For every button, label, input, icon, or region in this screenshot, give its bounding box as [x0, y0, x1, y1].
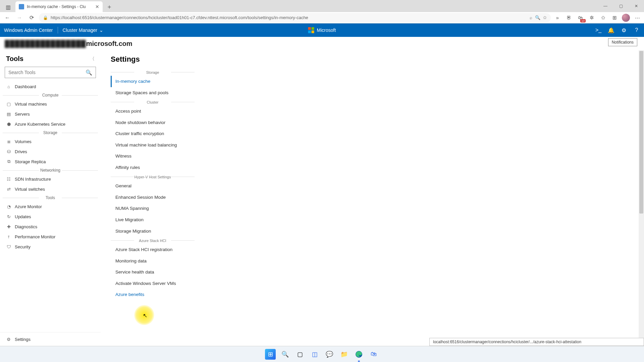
menu-icon[interactable]: ⋯: [633, 14, 641, 22]
tool-item-icon: ⬢: [6, 121, 11, 127]
tool-item-label: Azure Kubernetes Service: [15, 122, 65, 127]
favorite-icon[interactable]: ✩: [543, 15, 547, 20]
settings-nav-item[interactable]: General: [111, 180, 195, 192]
settings-nav-item[interactable]: Witness: [111, 150, 195, 162]
settings-nav-item[interactable]: Node shutdown behavior: [111, 117, 195, 128]
settings-nav-item[interactable]: Access point: [111, 106, 195, 117]
tool-item[interactable]: ≣Volumes: [0, 136, 101, 146]
settings-nav-item[interactable]: Live Migration: [111, 214, 195, 226]
tool-item[interactable]: ⬢Azure Kubernetes Service: [0, 119, 101, 129]
gear-icon: ⚙: [6, 337, 11, 342]
tool-item-icon: ▢: [6, 101, 11, 107]
browser-tab-active[interactable]: In-memory cache - Settings - Clu ✕: [15, 1, 103, 12]
tool-item[interactable]: ✚Diagnostics: [0, 222, 101, 232]
chat-icon[interactable]: 💬: [324, 349, 335, 360]
settings-group-label: Hyper-V Host Settings: [111, 173, 195, 180]
separator: [58, 27, 58, 34]
tool-item-label: Servers: [15, 112, 30, 117]
shield-icon[interactable]: ⛨: [565, 14, 573, 22]
collapse-sidebar-icon[interactable]: 〈: [90, 56, 95, 62]
extensions-overflow-icon[interactable]: »: [553, 14, 561, 22]
forward-button[interactable]: →: [15, 13, 24, 22]
vertical-scrollbar[interactable]: [639, 50, 644, 346]
tools-title: Tools: [6, 55, 23, 63]
settings-nav-item[interactable]: Enhanced Session Mode: [111, 192, 195, 203]
settings-panel: Settings StorageIn-memory cacheStorage S…: [101, 50, 644, 346]
tab-actions-button[interactable]: ▥: [2, 2, 14, 12]
settings-nav-item[interactable]: Service health data: [111, 266, 195, 278]
back-button[interactable]: ←: [3, 13, 12, 22]
settings-nav-item[interactable]: Azure Stack HCI registration: [111, 244, 195, 255]
tool-item-label: Virtual machines: [15, 102, 47, 107]
tool-item[interactable]: ▤Servers: [0, 109, 101, 119]
zoom-icon[interactable]: 🔍: [535, 15, 540, 20]
chevron-down-icon: ⌄: [99, 27, 103, 33]
tool-item[interactable]: ↻Updates: [0, 212, 101, 222]
wac-topbar: Windows Admin Center Cluster Manager ⌄ M…: [0, 23, 644, 37]
tool-item-icon: 🛡: [6, 244, 11, 249]
settings-nav-item[interactable]: Affinity rules: [111, 162, 195, 173]
tool-item-label: Volumes: [15, 139, 32, 144]
settings-nav-item[interactable]: NUMA Spanning: [111, 203, 195, 214]
edge-browser-icon[interactable]: [354, 349, 364, 360]
settings-nav-item[interactable]: Azure benefits: [111, 289, 195, 300]
tools-search-input[interactable]: [8, 70, 83, 75]
help-icon[interactable]: ?: [633, 27, 640, 33]
favorites-icon[interactable]: ✩: [599, 14, 607, 22]
console-icon[interactable]: >_: [595, 27, 602, 33]
profile-avatar[interactable]: [622, 14, 630, 22]
window-maximize[interactable]: ▢: [613, 0, 629, 12]
tool-item-icon: ⫯: [6, 234, 11, 239]
start-button[interactable]: ⊞: [265, 349, 276, 360]
tool-group-label: Storage: [0, 129, 101, 136]
tool-item[interactable]: ⌂Dashboard: [0, 81, 101, 92]
address-bar[interactable]: 🔒 https://localhost:6516/clustermanager/…: [39, 13, 551, 22]
reader-icon[interactable]: ⌕: [530, 15, 532, 20]
taskbar-search-icon[interactable]: 🔍: [280, 349, 290, 360]
module-dropdown[interactable]: Cluster Manager ⌄: [63, 27, 104, 33]
tool-item[interactable]: ⫯Performance Monitor: [0, 232, 101, 242]
tool-item-label: Security: [15, 244, 31, 249]
tool-item[interactable]: 🛡Security: [0, 242, 101, 252]
tool-item-label: Updates: [15, 214, 31, 219]
window-close[interactable]: ✕: [629, 0, 644, 12]
task-view-icon[interactable]: ▢: [294, 349, 305, 360]
store-icon[interactable]: 🛍: [368, 349, 379, 360]
widgets-icon[interactable]: ◫: [309, 349, 320, 360]
tools-search-box[interactable]: 🔍: [5, 67, 96, 78]
tool-item[interactable]: ⇄Virtual switches: [0, 184, 101, 194]
tab-close-icon[interactable]: ✕: [95, 4, 99, 9]
settings-nav-item[interactable]: Storage Spaces and pools: [111, 87, 195, 99]
tools-settings-item[interactable]: ⚙ Settings: [0, 333, 101, 346]
tool-item[interactable]: ☷SDN Infrastructure: [0, 174, 101, 184]
main-area: Tools 〈 🔍 ⌂DashboardCompute▢Virtual mach…: [0, 50, 644, 346]
collections-icon[interactable]: ⊞: [610, 14, 619, 22]
tool-item-icon: ☷: [6, 176, 11, 182]
tool-item[interactable]: ▢Virtual machines: [0, 99, 101, 109]
wac-product-label[interactable]: Windows Admin Center: [4, 27, 53, 33]
settings-gear-icon[interactable]: ⚙: [621, 27, 627, 34]
settings-nav-item[interactable]: Storage Migration: [111, 226, 195, 237]
tool-item[interactable]: ◔Azure Monitor: [0, 201, 101, 212]
brand-center: Microsoft: [308, 27, 336, 33]
extension-icon[interactable]: ✲: [588, 14, 596, 22]
notifications-icon[interactable]: 🔔: [608, 27, 614, 34]
settings-nav-item[interactable]: Cluster traffic encryption: [111, 128, 195, 139]
tool-item[interactable]: ⧉Storage Replica: [0, 157, 101, 167]
settings-nav-item[interactable]: In-memory cache: [111, 76, 195, 87]
microsoft-logo-icon: [308, 27, 314, 33]
tool-item[interactable]: ⛁Drives: [0, 146, 101, 157]
settings-nav-item[interactable]: Monitoring data: [111, 255, 195, 267]
file-explorer-icon[interactable]: 📁: [339, 349, 350, 360]
tool-item-icon: ⧉: [6, 159, 11, 164]
new-tab-button[interactable]: ＋: [104, 1, 115, 12]
tool-item-label: Diagnostics: [15, 224, 37, 229]
settings-nav-item[interactable]: Activate Windows Server VMs: [111, 278, 195, 289]
settings-nav-item[interactable]: Virtual machine load balancing: [111, 139, 195, 151]
window-minimize[interactable]: ―: [598, 0, 613, 12]
refresh-button[interactable]: ⟳: [27, 13, 36, 22]
scrollbar-thumb[interactable]: [639, 51, 643, 214]
shopping-icon[interactable]: 🛍10: [576, 14, 584, 22]
tool-group-label: Compute: [0, 92, 101, 99]
tool-item-label: Azure Monitor: [15, 204, 42, 209]
